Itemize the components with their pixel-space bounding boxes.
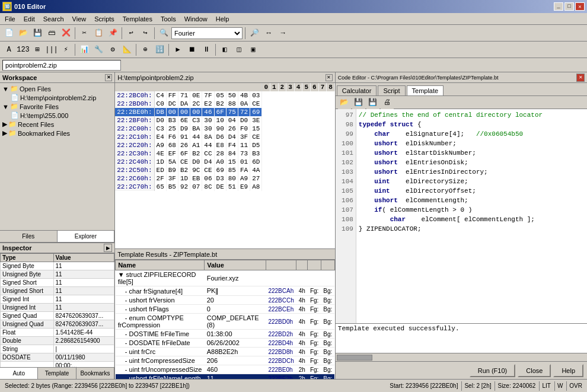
- code-tab-template[interactable]: Template: [407, 85, 444, 95]
- hex-byte-3[interactable]: 00: [190, 108, 202, 116]
- save-button[interactable]: 💾: [31, 27, 44, 40]
- results-row[interactable]: - uint frCompressedSize 206 222BDCh 4h F…: [116, 356, 335, 365]
- hex-byte-5[interactable]: B2: [215, 100, 226, 108]
- hex-row[interactable]: 22:2C40h:1D5ACED0D4A015016D: [115, 158, 262, 166]
- hex-byte-7[interactable]: D0: [238, 116, 250, 125]
- hex-byte-5[interactable]: DE: [215, 183, 226, 191]
- hex-byte-2[interactable]: CE: [178, 158, 190, 166]
- maximize-button[interactable]: □: [564, 2, 574, 11]
- script-pause[interactable]: ⏸: [200, 43, 213, 56]
- inspector-tab-auto[interactable]: Auto: [0, 368, 38, 379]
- inspector-row[interactable]: Float1.541428E-44: [1, 329, 114, 337]
- hex-byte-6[interactable]: F4: [226, 141, 238, 149]
- hex-byte-3[interactable]: B2: [190, 149, 202, 158]
- code-tab-calculator[interactable]: Calculator: [337, 85, 377, 95]
- hex-byte-0[interactable]: C3: [155, 125, 167, 133]
- cut-button[interactable]: ✂: [78, 27, 91, 40]
- menu-search[interactable]: Search: [40, 14, 68, 24]
- hex-byte-2[interactable]: 91: [178, 133, 190, 141]
- inspector-row[interactable]: String|: [1, 345, 114, 353]
- inspector-tab-template[interactable]: Template: [38, 368, 76, 379]
- inspector-row[interactable]: Signed Int11: [1, 295, 114, 304]
- hex-byte-8[interactable]: A8: [250, 183, 262, 191]
- open-file-item-1[interactable]: 📄 H:\temp\pointproblem2.zip: [1, 93, 113, 102]
- menu-help[interactable]: Help: [212, 14, 233, 24]
- hex-byte-6[interactable]: 85: [226, 166, 238, 174]
- results-row[interactable]: - ushort frFileNameLength 11 222BE2h 2h …: [116, 374, 335, 380]
- hex-byte-6[interactable]: 51: [226, 183, 238, 191]
- open-files-folder[interactable]: ▼ 📁 Open Files: [1, 84, 113, 93]
- inspector-row[interactable]: Unsigned Int11: [1, 304, 114, 312]
- hex-byte-8[interactable]: 69: [250, 108, 262, 116]
- hex-close-button[interactable]: ✕: [326, 74, 333, 81]
- hex-byte-1[interactable]: B5: [167, 183, 178, 191]
- hex-byte-6[interactable]: 26: [226, 125, 238, 133]
- hex-byte-0[interactable]: 1D: [155, 158, 167, 166]
- hex-row[interactable]: 22:2C10h:E4F691448AD6D43FCE: [115, 133, 262, 141]
- hex-byte-4[interactable]: CE: [202, 166, 214, 174]
- hex-byte-4[interactable]: 06: [202, 174, 214, 183]
- hex-byte-2[interactable]: 71: [178, 91, 190, 100]
- hex-byte-5[interactable]: 69: [215, 166, 226, 174]
- tool3[interactable]: ⊞: [31, 43, 44, 56]
- find-button[interactable]: 🔎: [248, 27, 261, 40]
- menu-view[interactable]: View: [69, 14, 90, 24]
- results-row[interactable]: - ushort frFlags 0 222BCEh 4h Fg: Bg:: [116, 305, 335, 314]
- hex-byte-6[interactable]: D4: [226, 133, 238, 141]
- calc-button[interactable]: 🔢: [153, 43, 166, 56]
- hex-byte-0[interactable]: E4: [155, 133, 167, 141]
- hex-byte-1[interactable]: EF: [167, 149, 178, 158]
- hex-byte-2[interactable]: 92: [178, 183, 190, 191]
- hex-byte-7[interactable]: FA: [238, 166, 250, 174]
- hex-byte-3[interactable]: 9C: [190, 166, 202, 174]
- menu-file[interactable]: File: [1, 14, 19, 24]
- hex-byte-0[interactable]: A9: [155, 141, 167, 149]
- hex-byte-1[interactable]: 3F: [167, 174, 178, 183]
- hex-byte-3[interactable]: C3: [190, 116, 202, 125]
- tool7[interactable]: 🔧: [92, 43, 105, 56]
- hex-byte-2[interactable]: 6F: [178, 149, 190, 158]
- hex-byte-4[interactable]: D4: [202, 158, 214, 166]
- hex-byte-8[interactable]: 4A: [250, 166, 262, 174]
- close-file-button[interactable]: ❌: [59, 27, 72, 40]
- hex-byte-5[interactable]: 10: [215, 116, 226, 125]
- goto-button[interactable]: →: [276, 27, 289, 40]
- hex-byte-3[interactable]: 2C: [190, 100, 202, 108]
- tool9[interactable]: 📐: [120, 43, 133, 56]
- results-row[interactable]: - uint frCrc A88B2E2h 222BD8h 4h Fg: Bg:: [116, 348, 335, 356]
- hex-byte-1[interactable]: F6: [167, 133, 178, 141]
- inspector-row[interactable]: Unsigned Short11: [1, 287, 114, 295]
- results-row[interactable]: - char frSignature[4] PK‖ 222BCAh 4h Fg:…: [116, 286, 335, 296]
- results-row[interactable]: - enum COMPTYPE frCompression COMP_DEFLA…: [116, 314, 335, 330]
- favorite-files-folder[interactable]: ▼ 📁 Favorite Files: [1, 102, 113, 111]
- inspector-nav-button[interactable]: ▶: [104, 244, 112, 252]
- hex-byte-5[interactable]: E8: [215, 141, 226, 149]
- menu-tools[interactable]: Tools: [157, 14, 180, 24]
- hex-byte-2[interactable]: B2: [178, 166, 190, 174]
- replace-button[interactable]: ↔: [262, 27, 275, 40]
- hex-byte-7[interactable]: 01: [238, 158, 250, 166]
- hex-byte-5[interactable]: 28: [215, 149, 226, 158]
- hex-byte-0[interactable]: DB: [155, 108, 167, 116]
- inspector-row[interactable]: Unsigned Quad8247620639037...: [1, 320, 114, 329]
- hex-byte-8[interactable]: 03: [250, 91, 262, 100]
- hex-byte-6[interactable]: 15: [226, 158, 238, 166]
- hex-byte-0[interactable]: C4: [155, 91, 167, 100]
- hex-row[interactable]: 22:2C20h:A96826A144E8F411D5: [115, 141, 262, 149]
- minimize-button[interactable]: _: [554, 2, 563, 11]
- copy-button[interactable]: 📋: [92, 27, 105, 40]
- hex-byte-6[interactable]: 88: [226, 100, 238, 108]
- hex-byte-5[interactable]: 05: [215, 91, 226, 100]
- script-run[interactable]: ▶: [171, 43, 184, 56]
- hex-byte-1[interactable]: 5A: [167, 158, 178, 166]
- help-button[interactable]: Help: [553, 364, 583, 377]
- hex-display[interactable]: 0 1 2 3 4 5 6 7 8 22:2BC0h:C4FF710E7F055…: [115, 83, 335, 248]
- hex-row[interactable]: 22:2BD0h:C0DCDA2CE2B2880ACE: [115, 100, 262, 108]
- new-file-button[interactable]: 📄: [2, 27, 15, 40]
- hex-byte-1[interactable]: 68: [167, 141, 178, 149]
- close-template-button[interactable]: Close: [518, 364, 551, 377]
- output-scrollbar[interactable]: [336, 353, 587, 361]
- hex-byte-8[interactable]: 27: [250, 174, 262, 183]
- hex-byte-6[interactable]: 80: [226, 174, 238, 183]
- menu-templates[interactable]: Templates: [119, 14, 156, 24]
